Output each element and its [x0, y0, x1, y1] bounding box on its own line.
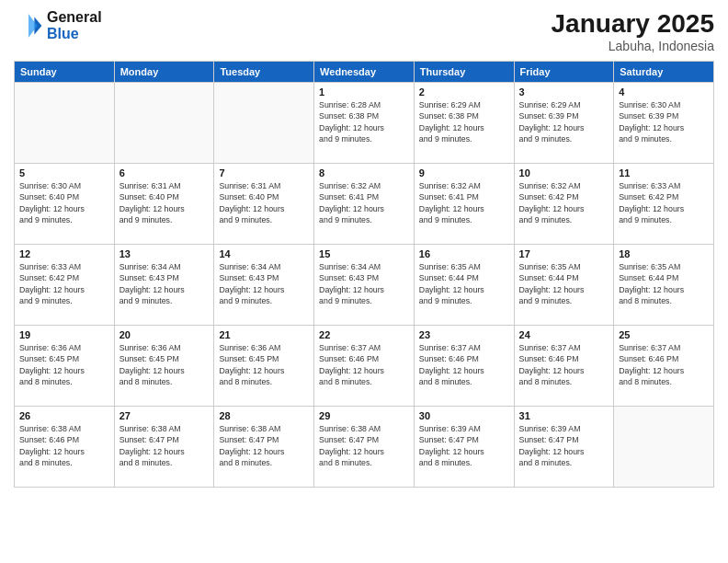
day-info: Sunrise: 6:38 AMSunset: 6:47 PMDaylight:…: [119, 423, 210, 468]
day-number: 30: [419, 410, 509, 421]
calendar-cell: [614, 407, 714, 488]
day-info: Sunrise: 6:35 AMSunset: 6:44 PMDaylight:…: [419, 261, 509, 306]
day-number: 7: [219, 167, 309, 178]
calendar-cell: 25Sunrise: 6:37 AMSunset: 6:46 PMDayligh…: [614, 326, 714, 407]
day-header-friday: Friday: [514, 62, 614, 83]
logo-icon: [14, 11, 43, 40]
calendar-cell: 2Sunrise: 6:29 AMSunset: 6:38 PMDaylight…: [414, 83, 514, 164]
day-info: Sunrise: 6:31 AMSunset: 6:40 PMDaylight:…: [119, 180, 210, 225]
calendar-week-row: 12Sunrise: 6:33 AMSunset: 6:42 PMDayligh…: [15, 245, 714, 326]
day-info: Sunrise: 6:36 AMSunset: 6:45 PMDaylight:…: [119, 342, 210, 387]
day-info: Sunrise: 6:31 AMSunset: 6:40 PMDaylight:…: [219, 180, 309, 225]
calendar-cell: 7Sunrise: 6:31 AMSunset: 6:40 PMDaylight…: [214, 164, 314, 245]
calendar-cell: 3Sunrise: 6:29 AMSunset: 6:39 PMDaylight…: [514, 83, 614, 164]
day-info: Sunrise: 6:38 AMSunset: 6:47 PMDaylight:…: [319, 423, 409, 468]
day-header-monday: Monday: [114, 62, 214, 83]
title-section: January 2025 Labuha, Indonesia: [552, 9, 714, 53]
calendar-cell: 31Sunrise: 6:39 AMSunset: 6:47 PMDayligh…: [514, 407, 614, 488]
day-number: 9: [419, 167, 509, 178]
day-info: Sunrise: 6:29 AMSunset: 6:38 PMDaylight:…: [419, 99, 509, 144]
day-info: Sunrise: 6:36 AMSunset: 6:45 PMDaylight:…: [19, 342, 109, 387]
calendar-header-row: SundayMondayTuesdayWednesdayThursdayFrid…: [15, 62, 714, 83]
day-info: Sunrise: 6:30 AMSunset: 6:39 PMDaylight:…: [619, 99, 709, 144]
calendar-cell: [114, 83, 214, 164]
day-number: 18: [619, 248, 709, 259]
day-info: Sunrise: 6:32 AMSunset: 6:41 PMDaylight:…: [419, 180, 509, 225]
day-number: 25: [619, 329, 709, 340]
day-number: 4: [619, 86, 709, 98]
day-info: Sunrise: 6:37 AMSunset: 6:46 PMDaylight:…: [319, 342, 409, 387]
day-info: Sunrise: 6:39 AMSunset: 6:47 PMDaylight:…: [519, 423, 609, 468]
calendar-cell: 23Sunrise: 6:37 AMSunset: 6:46 PMDayligh…: [414, 326, 514, 407]
day-number: 12: [19, 248, 109, 259]
calendar-cell: 15Sunrise: 6:34 AMSunset: 6:43 PMDayligh…: [314, 245, 415, 326]
calendar-cell: 29Sunrise: 6:38 AMSunset: 6:47 PMDayligh…: [314, 407, 415, 488]
calendar-cell: 26Sunrise: 6:38 AMSunset: 6:46 PMDayligh…: [15, 407, 115, 488]
day-info: Sunrise: 6:37 AMSunset: 6:46 PMDaylight:…: [619, 342, 709, 387]
day-info: Sunrise: 6:38 AMSunset: 6:47 PMDaylight:…: [219, 423, 309, 468]
logo-text: General Blue: [47, 9, 102, 42]
day-number: 15: [319, 248, 409, 259]
day-number: 3: [519, 86, 609, 98]
calendar-week-row: 5Sunrise: 6:30 AMSunset: 6:40 PMDaylight…: [15, 164, 714, 245]
month-title: January 2025: [552, 9, 714, 39]
day-info: Sunrise: 6:33 AMSunset: 6:42 PMDaylight:…: [619, 180, 709, 225]
day-header-sunday: Sunday: [15, 62, 115, 83]
day-number: 5: [19, 167, 109, 178]
day-number: 20: [119, 329, 210, 340]
day-number: 29: [319, 410, 409, 421]
day-info: Sunrise: 6:38 AMSunset: 6:46 PMDaylight:…: [19, 423, 109, 468]
day-number: 17: [519, 248, 609, 259]
calendar-cell: 10Sunrise: 6:32 AMSunset: 6:42 PMDayligh…: [514, 164, 614, 245]
day-number: 31: [519, 410, 609, 421]
day-info: Sunrise: 6:28 AMSunset: 6:38 PMDaylight:…: [319, 99, 409, 144]
calendar-week-row: 1Sunrise: 6:28 AMSunset: 6:38 PMDaylight…: [15, 83, 714, 164]
day-info: Sunrise: 6:33 AMSunset: 6:42 PMDaylight:…: [19, 261, 109, 306]
day-header-wednesday: Wednesday: [314, 62, 415, 83]
day-number: 8: [319, 167, 409, 178]
calendar-cell: 5Sunrise: 6:30 AMSunset: 6:40 PMDaylight…: [15, 164, 115, 245]
day-number: 6: [119, 167, 210, 178]
day-number: 16: [419, 248, 509, 259]
calendar-cell: 20Sunrise: 6:36 AMSunset: 6:45 PMDayligh…: [114, 326, 214, 407]
calendar-cell: 24Sunrise: 6:37 AMSunset: 6:46 PMDayligh…: [514, 326, 614, 407]
day-info: Sunrise: 6:34 AMSunset: 6:43 PMDaylight:…: [119, 261, 210, 306]
calendar-cell: 14Sunrise: 6:34 AMSunset: 6:43 PMDayligh…: [214, 245, 314, 326]
day-info: Sunrise: 6:29 AMSunset: 6:39 PMDaylight:…: [519, 99, 609, 144]
day-number: 11: [619, 167, 709, 178]
day-number: 27: [119, 410, 210, 421]
day-info: Sunrise: 6:39 AMSunset: 6:47 PMDaylight:…: [419, 423, 509, 468]
calendar-cell: 12Sunrise: 6:33 AMSunset: 6:42 PMDayligh…: [15, 245, 115, 326]
svg-marker-1: [28, 14, 38, 38]
day-number: 22: [319, 329, 409, 340]
calendar-cell: 27Sunrise: 6:38 AMSunset: 6:47 PMDayligh…: [114, 407, 214, 488]
day-number: 23: [419, 329, 509, 340]
day-number: 21: [219, 329, 309, 340]
day-number: 10: [519, 167, 609, 178]
calendar: SundayMondayTuesdayWednesdayThursdayFrid…: [14, 61, 714, 488]
day-info: Sunrise: 6:35 AMSunset: 6:44 PMDaylight:…: [619, 261, 709, 306]
calendar-cell: 8Sunrise: 6:32 AMSunset: 6:41 PMDaylight…: [314, 164, 415, 245]
calendar-cell: 22Sunrise: 6:37 AMSunset: 6:46 PMDayligh…: [314, 326, 415, 407]
logo: General Blue: [14, 9, 102, 42]
calendar-cell: 6Sunrise: 6:31 AMSunset: 6:40 PMDaylight…: [114, 164, 214, 245]
calendar-cell: 9Sunrise: 6:32 AMSunset: 6:41 PMDaylight…: [414, 164, 514, 245]
calendar-cell: 17Sunrise: 6:35 AMSunset: 6:44 PMDayligh…: [514, 245, 614, 326]
location: Labuha, Indonesia: [552, 39, 714, 53]
calendar-cell: 21Sunrise: 6:36 AMSunset: 6:45 PMDayligh…: [214, 326, 314, 407]
day-number: 2: [419, 86, 509, 98]
day-info: Sunrise: 6:30 AMSunset: 6:40 PMDaylight:…: [19, 180, 109, 225]
day-info: Sunrise: 6:34 AMSunset: 6:43 PMDaylight:…: [319, 261, 409, 306]
day-number: 14: [219, 248, 309, 259]
calendar-cell: 19Sunrise: 6:36 AMSunset: 6:45 PMDayligh…: [15, 326, 115, 407]
day-info: Sunrise: 6:37 AMSunset: 6:46 PMDaylight:…: [519, 342, 609, 387]
header: General Blue January 2025 Labuha, Indone…: [14, 9, 714, 53]
day-header-thursday: Thursday: [414, 62, 514, 83]
calendar-cell: [15, 83, 115, 164]
calendar-cell: 11Sunrise: 6:33 AMSunset: 6:42 PMDayligh…: [614, 164, 714, 245]
day-info: Sunrise: 6:37 AMSunset: 6:46 PMDaylight:…: [419, 342, 509, 387]
day-number: 13: [119, 248, 210, 259]
day-number: 1: [319, 86, 409, 98]
calendar-cell: 13Sunrise: 6:34 AMSunset: 6:43 PMDayligh…: [114, 245, 214, 326]
day-number: 24: [519, 329, 609, 340]
